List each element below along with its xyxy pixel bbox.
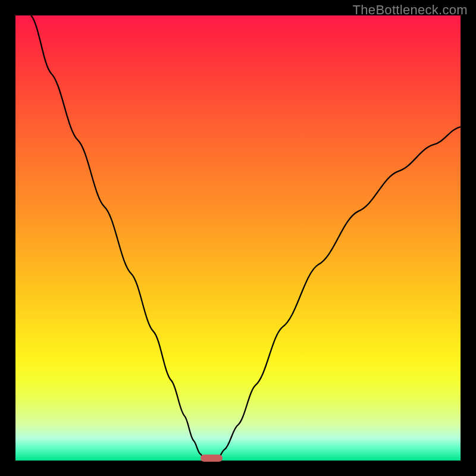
curve-right-branch <box>218 127 461 458</box>
optimal-marker <box>201 455 223 462</box>
bottleneck-curve <box>15 15 461 461</box>
curve-left-branch <box>31 15 204 458</box>
watermark-text: TheBottleneck.com <box>353 2 468 18</box>
